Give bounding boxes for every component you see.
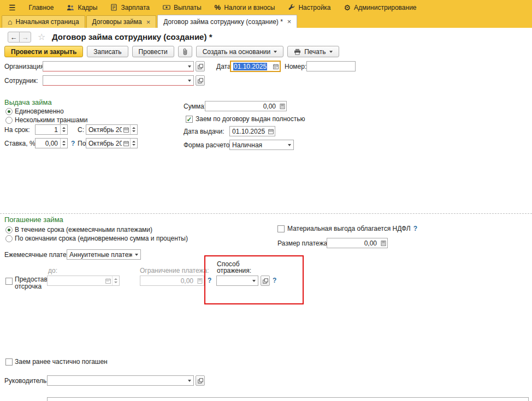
tab-home[interactable]: ⌂ Начальная страница — [2, 15, 85, 28]
chevron-down-icon[interactable] — [185, 76, 193, 85]
repay-during-term-label[interactable]: В течение срока (ежемесячными платежами) — [15, 226, 152, 234]
reflection-method-field[interactable] — [216, 276, 258, 286]
back-button[interactable]: ← — [8, 32, 20, 43]
issue-once-label[interactable]: Единовременно — [15, 107, 64, 115]
organization-open-button[interactable] — [196, 61, 205, 71]
issued-in-full-label[interactable]: Заем по договору выдан полностью — [196, 115, 305, 123]
menu-item-salary[interactable]: Зарплата — [104, 0, 156, 15]
to-month-field[interactable]: Октябрь 2025 — [86, 138, 138, 148]
partially-repaid-label[interactable]: Заем ранее частично погашен — [15, 358, 108, 366]
app-window: ☰ Главное Кадры Зарплата Выплаты % Налог… — [0, 0, 532, 401]
check-icon: ✓ — [186, 116, 192, 123]
attachments-button[interactable] — [178, 46, 192, 57]
payment-amount-label: Размер платежа: — [277, 240, 329, 247]
menu-item-label: Выплаты — [174, 4, 202, 11]
spin-down-icon — [62, 144, 66, 146]
reflection-method-open-button[interactable] — [261, 276, 270, 286]
payment-amount-field[interactable]: 0,00 — [327, 238, 388, 248]
print-button[interactable]: Печать — [287, 46, 339, 57]
repay-at-end-radio[interactable] — [5, 235, 13, 242]
tab-loan-agreements[interactable]: Договоры займа × — [86, 15, 157, 28]
calendar-icon[interactable] — [267, 127, 275, 136]
chevron-down-icon[interactable] — [250, 276, 258, 285]
partially-repaid-checkbox[interactable] — [5, 358, 13, 366]
menu-item-main[interactable]: Главное — [22, 0, 61, 15]
calendar-icon[interactable] — [122, 125, 130, 134]
tab-label: Договоры займа — [92, 18, 142, 26]
write-button[interactable]: Записать — [87, 46, 128, 57]
manager-open-button[interactable] — [196, 375, 205, 386]
date-field[interactable]: 01.10.2025 — [230, 61, 281, 72]
issue-tranches-radio[interactable] — [5, 117, 13, 124]
issue-date-field[interactable]: 01.10.2025 — [229, 126, 275, 136]
employee-value — [43, 76, 185, 85]
employee-field[interactable] — [43, 75, 194, 86]
hamburger-icon: ☰ — [9, 4, 16, 11]
number-field[interactable] — [306, 61, 356, 71]
menu-item-label: Администрирование — [354, 4, 416, 11]
comment-field-partial[interactable] — [47, 397, 529, 401]
employee-open-button[interactable] — [196, 75, 205, 86]
settlement-form-field[interactable]: Наличная — [229, 140, 294, 150]
deferral-checkbox[interactable] — [5, 278, 13, 285]
chevron-down-icon[interactable] — [185, 62, 193, 71]
amount-field[interactable]: 0,00 — [205, 101, 287, 111]
from-month-field[interactable]: Октябрь 2025 — [86, 124, 138, 135]
main-menu-button[interactable]: ☰ — [2, 0, 22, 15]
deferral-until-value — [48, 276, 104, 285]
post-and-close-button[interactable]: Провести и закрыть — [4, 46, 83, 57]
payment-limit-field[interactable]: 0,00 — [140, 276, 204, 286]
deferral-until-field[interactable] — [47, 276, 120, 286]
calculator-icon[interactable] — [379, 238, 387, 248]
repay-during-term-radio[interactable] — [5, 226, 13, 234]
term-spinner[interactable] — [60, 125, 67, 134]
chevron-down-icon[interactable] — [185, 376, 193, 385]
calendar-icon[interactable] — [271, 62, 280, 71]
open-link-icon — [198, 64, 203, 69]
post-button[interactable]: Провести — [132, 46, 174, 57]
rate-field[interactable]: 0,00 — [35, 138, 68, 148]
help-icon[interactable]: ? — [71, 140, 75, 147]
manager-field[interactable] — [47, 375, 194, 386]
menu-item-personnel[interactable]: Кадры — [60, 0, 104, 15]
tab-loan-agreement-new[interactable]: Договор займа сотруднику (создание) * × — [157, 15, 297, 28]
material-benefit-label[interactable]: Материальная выгода облагается НДФЛ — [287, 225, 411, 232]
help-icon[interactable]: ? — [208, 277, 211, 284]
calculator-icon[interactable] — [278, 101, 286, 111]
menu-item-label: Зарплата — [121, 4, 150, 11]
material-benefit-checkbox[interactable] — [277, 225, 285, 232]
favorite-star-icon[interactable]: ☆ — [38, 32, 45, 42]
issue-once-radio[interactable] — [5, 108, 13, 115]
menu-item-settings[interactable]: Настройка — [281, 0, 337, 15]
calculator-icon — [196, 276, 204, 285]
menu-item-label: Главное — [29, 4, 54, 11]
create-based-on-button[interactable]: Создать на основании — [196, 46, 284, 57]
monthly-payments-field[interactable]: Аннуитетные платежи — [67, 249, 141, 260]
chevron-down-icon[interactable] — [132, 250, 140, 259]
menu-item-taxes[interactable]: % Налоги и взносы — [208, 0, 282, 15]
help-icon[interactable]: ? — [413, 225, 417, 232]
menu-item-payments[interactable]: Выплаты — [156, 0, 208, 15]
from-month-spinner[interactable] — [130, 125, 137, 134]
payment-limit-label: Ограничение платежа: — [140, 267, 209, 274]
issued-in-full-checkbox[interactable]: ✓ — [186, 116, 193, 123]
organization-field[interactable] — [43, 61, 194, 71]
spin-up-icon — [132, 141, 135, 142]
chevron-down-icon[interactable] — [285, 140, 293, 149]
term-field[interactable]: 1 — [35, 124, 68, 135]
close-icon[interactable]: × — [287, 17, 292, 26]
spin-down-icon — [114, 282, 117, 283]
to-month-spinner[interactable] — [130, 139, 137, 148]
organization-label: Организация: — [4, 63, 46, 70]
repay-at-end-label[interactable]: По окончании срока (единовременно сумма … — [15, 235, 188, 242]
forward-button[interactable]: → — [19, 32, 31, 43]
help-icon[interactable]: ? — [273, 277, 276, 284]
rate-spinner[interactable] — [60, 139, 67, 148]
amount-label: Сумма: — [184, 103, 206, 110]
close-icon[interactable]: × — [146, 18, 151, 26]
spin-down-icon — [132, 130, 135, 132]
repayment-section-title: Погашение займа — [4, 216, 63, 224]
issue-tranches-label[interactable]: Несколькими траншами — [15, 116, 87, 124]
calendar-icon[interactable] — [122, 139, 130, 148]
menu-item-administration[interactable]: ⚙ Администрирование — [338, 0, 423, 15]
